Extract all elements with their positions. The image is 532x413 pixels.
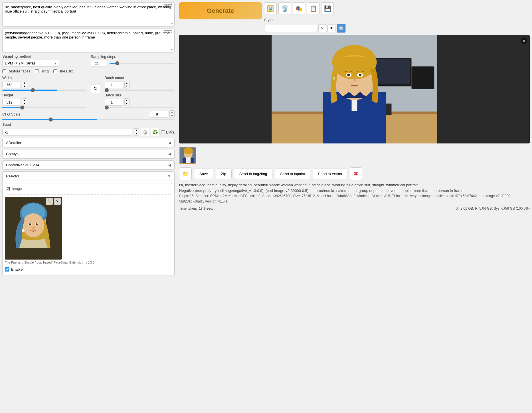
styles-clear-btn[interactable]: ✕: [318, 24, 326, 32]
batch-size-slider[interactable]: [105, 107, 175, 108]
open-folder-btn[interactable]: 📁: [179, 167, 192, 180]
reactor-header[interactable]: ReActor ▼: [3, 172, 174, 181]
height-input[interactable]: [2, 99, 21, 106]
styles-section: 🖼️ 🗑️ 🎭 📋 💾 Styles ✕ ▼ 🔄: [264, 2, 346, 33]
cfg-down-btn[interactable]: ▼: [170, 114, 174, 118]
sampling-method-select[interactable]: DPM++ 2M Karras Euler a Euler: [2, 60, 59, 67]
seed-input[interactable]: [2, 129, 132, 136]
comfyui-header[interactable]: ComfyUI ◀: [3, 149, 174, 158]
svg-rect-14: [373, 59, 410, 84]
tiling-label: Tiling: [40, 69, 49, 73]
adetailer-header[interactable]: ADetailer ◀: [3, 138, 174, 147]
style-icon-btn-5[interactable]: 💾: [321, 2, 334, 15]
svg-point-10: [22, 229, 25, 232]
sampling-steps-section: Sampling steps: [91, 54, 175, 66]
controlnet-title: ControlNet v1.1.234: [6, 163, 39, 167]
negative-resize-handle[interactable]: ⠿: [171, 49, 174, 52]
reactor-image-upload[interactable]: 🖼 Image: [5, 183, 172, 195]
seed-up-btn[interactable]: ▲: [134, 129, 139, 132]
height-slider[interactable]: [2, 107, 86, 108]
thumbnail-1[interactable]: [179, 147, 196, 164]
styles-dropdown-row: ✕ ▼ 🔄: [264, 24, 346, 33]
width-slider[interactable]: [2, 90, 86, 91]
batch-count-label: Batch count: [105, 76, 175, 80]
cfg-scale-slider[interactable]: [2, 119, 175, 120]
height-up-btn[interactable]: ▲: [22, 99, 27, 102]
cfg-up-btn[interactable]: ▲: [170, 111, 174, 114]
batch-count-down-btn[interactable]: ▼: [125, 85, 129, 88]
reactor-title: ReActor: [6, 174, 19, 178]
seed-down-btn[interactable]: ▼: [134, 132, 139, 135]
send-to-inpaint-btn[interactable]: Send to inpaint: [275, 169, 310, 179]
resize-handle[interactable]: ⠿: [171, 23, 174, 26]
positive-prompt-input[interactable]: 8k, masterpiece, best quality, highly de…: [3, 3, 174, 25]
zip-btn[interactable]: Zip: [216, 169, 232, 179]
send-to-img2img-btn[interactable]: Send to img2img: [234, 169, 273, 179]
style-icon-btn-2[interactable]: 🗑️: [278, 2, 291, 15]
svg-rect-15: [412, 66, 434, 89]
style-icon-btn-3[interactable]: 🎭: [293, 2, 305, 15]
steps-row: [91, 60, 175, 66]
width-up-btn[interactable]: ▲: [22, 81, 27, 85]
styles-dropdown-btn[interactable]: ▼: [327, 24, 335, 32]
batch-count-up-btn[interactable]: ▲: [125, 81, 129, 85]
generate-button[interactable]: Generate: [179, 2, 262, 19]
checkboxes-row: Restore faces Tiling Hires. fix: [2, 69, 175, 73]
svg-point-29: [359, 74, 362, 76]
batch-count-input-row: ▲ ▼: [105, 81, 175, 88]
cfg-scale-label: CFG Scale: [2, 112, 21, 116]
seed-spinner[interactable]: ▲ ▼: [134, 128, 139, 136]
height-spinner[interactable]: ▲ ▼: [22, 98, 27, 106]
height-label: Height: [2, 93, 86, 97]
svg-point-9: [36, 223, 38, 225]
seed-dice-btn[interactable]: 🎲: [141, 128, 149, 136]
styles-refresh-btn[interactable]: 🔄: [337, 24, 346, 33]
sampling-steps-slider[interactable]: [110, 63, 175, 64]
styles-input[interactable]: [264, 25, 317, 32]
negative-prompt-input[interactable]: (verybadimagenegative_v1.3:0.9), (bad-im…: [3, 29, 174, 51]
seed-recycle-btn[interactable]: ♻️: [151, 128, 159, 136]
reactor-image-actions: ✏️ ✕: [46, 198, 61, 205]
swap-dimensions-btn[interactable]: ⇅: [91, 84, 100, 93]
save-btn[interactable]: Save: [194, 169, 213, 179]
width-input[interactable]: [2, 82, 21, 88]
batch-size-input[interactable]: [105, 99, 123, 106]
comfyui-accordion: ComfyUI ◀: [2, 149, 175, 159]
batch-count-input[interactable]: [105, 82, 123, 88]
batch-size-down-btn[interactable]: ▼: [125, 102, 129, 106]
reactor-edit-btn[interactable]: ✏️: [46, 198, 53, 205]
sampling-method-section: Sampling method DPM++ 2M Karras Euler a …: [2, 54, 86, 67]
right-panel: Generate 🖼️ 🗑️ 🎭 📋 💾 Styles ✕ ▼ 🔄: [177, 0, 532, 413]
seed-label: Seed: [2, 122, 175, 127]
adetailer-arrow: ◀: [168, 141, 171, 145]
batch-count-slider[interactable]: [105, 90, 175, 91]
cfg-scale-row: CFG Scale ▲ ▼: [2, 110, 175, 120]
style-icon-btn-4[interactable]: 📋: [307, 2, 319, 15]
reactor-remove-btn[interactable]: ✕: [54, 198, 61, 205]
controlnet-header[interactable]: ControlNet v1.1.234 ◀: [3, 161, 174, 169]
comfyui-arrow: ◀: [168, 152, 171, 156]
width-down-btn[interactable]: ▼: [22, 85, 27, 88]
cfg-spinner[interactable]: ▲ ▼: [169, 110, 175, 118]
controlnet-arrow: ◀: [168, 163, 171, 167]
send-to-extras-btn[interactable]: Send to extras: [313, 169, 347, 179]
width-spinner[interactable]: ▲ ▼: [22, 81, 27, 88]
close-image-btn[interactable]: ✕: [521, 37, 527, 44]
tiling-checkbox[interactable]: [35, 69, 39, 73]
delete-btn[interactable]: ✖: [350, 167, 362, 180]
style-icon-btn-1[interactable]: 🖼️: [264, 2, 277, 15]
batch-size-up-btn[interactable]: ▲: [125, 99, 129, 102]
batch-size-spinner[interactable]: ▲ ▼: [124, 98, 130, 106]
hires-fix-checkbox[interactable]: [53, 69, 57, 73]
height-down-btn[interactable]: ▼: [22, 102, 27, 106]
time-taken-info: Time taken: 13.9 sec.: [179, 206, 213, 210]
enable-row: Enable: [5, 265, 172, 273]
extra-checkbox[interactable]: [161, 130, 165, 134]
restore-faces-checkbox[interactable]: [2, 69, 6, 73]
svg-point-7: [29, 223, 31, 225]
batch-count-spinner[interactable]: ▲ ▼: [124, 81, 130, 88]
restore-faces-item: Restore faces: [2, 69, 30, 73]
reactor-enable-checkbox[interactable]: [5, 267, 9, 272]
sampling-steps-input[interactable]: [91, 60, 108, 66]
cfg-scale-input[interactable]: [150, 111, 168, 118]
